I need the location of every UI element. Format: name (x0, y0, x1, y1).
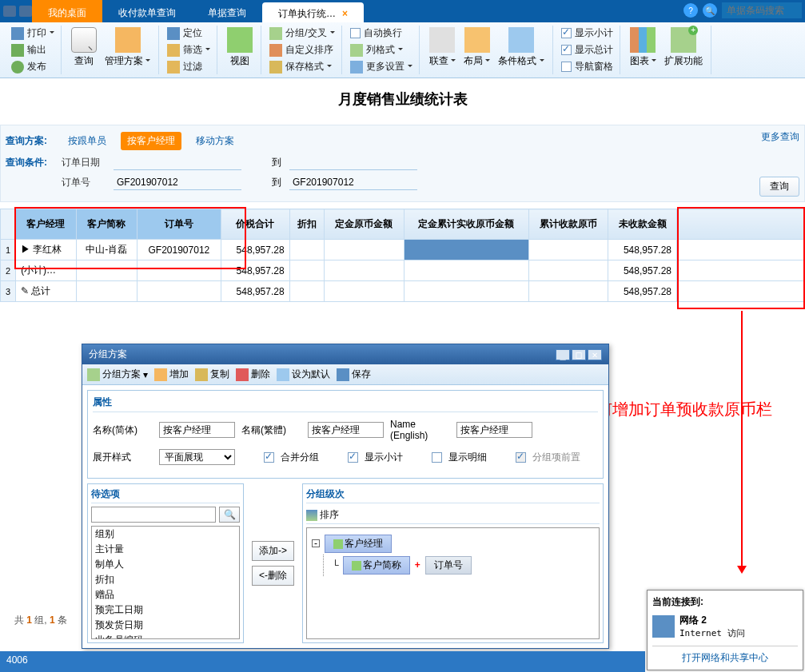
publish-button[interactable]: 发布 (10, 59, 56, 74)
col-cust[interactable]: 客户简称 (76, 209, 137, 240)
open-network-center-link[interactable]: 打开网络和共享中心 (652, 646, 798, 665)
ribbon-toolbar: 打印 输出 发布 查询 管理方案 定位 筛选 过滤 视图 分组/交叉 自定义排序… (0, 22, 805, 78)
net-name: 网络 2 (679, 614, 745, 627)
view-button[interactable]: 视图 (224, 26, 256, 70)
col-deposit-recv[interactable]: 定金累计实收原币金额 (404, 209, 528, 240)
layout-button[interactable]: 布局 (460, 26, 493, 70)
name-e-input[interactable] (456, 422, 532, 438)
manage-plan-button[interactable]: 管理方案 (102, 26, 153, 70)
date-from-input[interactable] (114, 155, 241, 170)
candidate-search-button[interactable]: 🔍 (219, 507, 240, 523)
merge-check[interactable] (264, 452, 274, 463)
orderno-from-input[interactable] (114, 175, 241, 190)
sort-button[interactable]: 自定义排序 (268, 42, 336, 58)
add-field-button[interactable]: 添加-> (252, 541, 294, 561)
date-to-input[interactable] (289, 155, 417, 170)
candidate-search-input[interactable] (91, 507, 216, 523)
orderno-label: 订单号 (62, 176, 106, 189)
to-label: 到 (249, 156, 281, 169)
minimize-icon[interactable]: _ (556, 349, 570, 360)
tb-default[interactable]: 设为默认 (277, 368, 330, 381)
name-s-input[interactable] (159, 422, 235, 438)
search-icon[interactable]: 🔍 (703, 3, 717, 18)
tb-add[interactable]: 增加 (154, 368, 189, 381)
close-icon[interactable]: × (342, 8, 348, 19)
print-button[interactable]: 打印 (10, 26, 56, 41)
scheme-by-manager[interactable]: 按客户经理 (121, 132, 181, 150)
query-button[interactable]: 查询 (759, 177, 799, 197)
tab-desktop[interactable]: 我的桌面 (32, 0, 102, 22)
link-button[interactable]: 联查 (426, 26, 459, 70)
output-button[interactable]: 输出 (10, 42, 56, 58)
barcode-search-input[interactable] (722, 2, 802, 18)
col-unrecv[interactable]: 未收款金额 (608, 209, 677, 240)
save-format-button[interactable]: 保存格式 (268, 59, 336, 74)
maximize-icon[interactable]: □ (572, 349, 586, 360)
table-row-subtotal[interactable]: 2(小计)… 548,957.28548,957.28 (1, 260, 805, 281)
autowrap-check[interactable]: 自动换行 (349, 26, 414, 41)
tab-payment-query[interactable]: 收付款单查询 (102, 0, 192, 22)
to-label2: 到 (249, 176, 281, 189)
sort-label[interactable]: 排序 (320, 509, 339, 520)
page-title: 月度销售业绩统计表 (0, 78, 805, 120)
group-tree[interactable]: -客户经理 └ 客户简称+订单号 (306, 527, 600, 639)
query-panel: 查询方案: 按跟单员 按客户经理 移动方案 更多查询 查询条件: 订单日期 到 … (0, 125, 805, 202)
colformat-button[interactable]: 列格式 (349, 42, 414, 58)
show-total-check[interactable]: 显示总计 (560, 42, 615, 58)
status-bar: 共 1 组, 1 条 (14, 614, 67, 627)
table-row-total[interactable]: 3✎ 总计 548,957.28548,957.28 (1, 281, 805, 302)
subtot-check[interactable] (348, 452, 358, 463)
filter2-button[interactable]: 过滤 (165, 59, 212, 74)
name-t-input[interactable] (308, 422, 384, 438)
name-e-label: Name (English) (390, 419, 450, 441)
tb-copy[interactable]: 复制 (195, 368, 229, 381)
front-check[interactable] (516, 452, 526, 463)
col-manager[interactable]: 客户经理 (16, 209, 76, 240)
col-accum-recv[interactable]: 累计收款原币 (528, 209, 608, 240)
scheme-by-follower[interactable]: 按跟单员 (62, 132, 113, 150)
remove-field-button[interactable]: <-删除 (252, 566, 294, 586)
name-t-label: 名稱(繁體) (241, 423, 301, 437)
more-settings-button[interactable]: 更多设置 (349, 59, 414, 74)
top-tab-bar: 我的桌面 收付款单查询 单据查询 订单执行统… × ? 🔍 (0, 0, 805, 22)
group-button[interactable]: 分组/交叉 (268, 26, 336, 41)
tb-del[interactable]: 删除 (236, 368, 270, 381)
chart-button[interactable]: 图表 (627, 26, 660, 70)
tab-docs-query[interactable]: 单据查询 (192, 0, 262, 22)
net-sub: Internet 访问 (679, 627, 745, 639)
table-row[interactable]: 1▶ 李红林中山-肖磊GF201907012 548,957.28548,957… (1, 240, 805, 260)
locate-button[interactable]: 定位 (165, 26, 212, 41)
col-discount[interactable]: 折扣 (289, 209, 324, 240)
tab-label: 订单执行统… (278, 7, 336, 21)
tb-scheme[interactable]: 分组方案 ▾ (87, 368, 148, 381)
query-button[interactable]: 查询 (68, 26, 100, 70)
close-icon[interactable]: ✕ (588, 349, 602, 360)
col-orderno[interactable]: 订单号 (137, 209, 221, 240)
col-total[interactable]: 价税合计 (221, 209, 289, 240)
scheme-label: 查询方案: (6, 134, 54, 148)
col-deposit[interactable]: 定金原币金额 (325, 209, 404, 240)
group-scheme-dialog: 分组方案 _ □ ✕ 分组方案 ▾ 增加 复制 删除 设为默认 保存 属性 名称… (82, 344, 609, 649)
filter-button[interactable]: 筛选 (165, 42, 212, 58)
footer-bar: 4006 (0, 651, 645, 672)
tb-save[interactable]: 保存 (337, 368, 371, 381)
network-icon (652, 615, 675, 638)
scheme-mobile[interactable]: 移动方案 (189, 132, 241, 150)
candidates-title: 待选项 (91, 487, 240, 503)
help-icon[interactable]: ? (683, 3, 698, 18)
candidate-list[interactable]: 组别主计量制单人 折扣赠品预完工日期 预发货日期业务员编码业务员 业务类型需求跟… (91, 526, 240, 639)
detail-check[interactable] (432, 452, 442, 463)
style-label: 展开样式 (93, 451, 153, 464)
tab-order-exec[interactable]: 订单执行统… × (262, 2, 364, 22)
annotation-text: 如何增加订单预收款原币栏 (580, 398, 804, 420)
date-label: 订单日期 (62, 156, 106, 169)
orderno-to-input[interactable] (289, 175, 417, 190)
condformat-button[interactable]: 条件格式 (495, 26, 547, 70)
more-query-link[interactable]: 更多查询 (761, 130, 799, 144)
ext-button[interactable]: 扩展功能 (661, 26, 706, 70)
props-title: 属性 (93, 396, 598, 412)
style-select[interactable]: 平面展现 (159, 449, 235, 465)
nav-pane-check[interactable]: 导航窗格 (560, 59, 615, 74)
show-subtotal-check[interactable]: 显示小计 (560, 26, 615, 41)
network-popup: 当前连接到: 网络 2 Internet 访问 打开网络和共享中心 (647, 590, 803, 670)
